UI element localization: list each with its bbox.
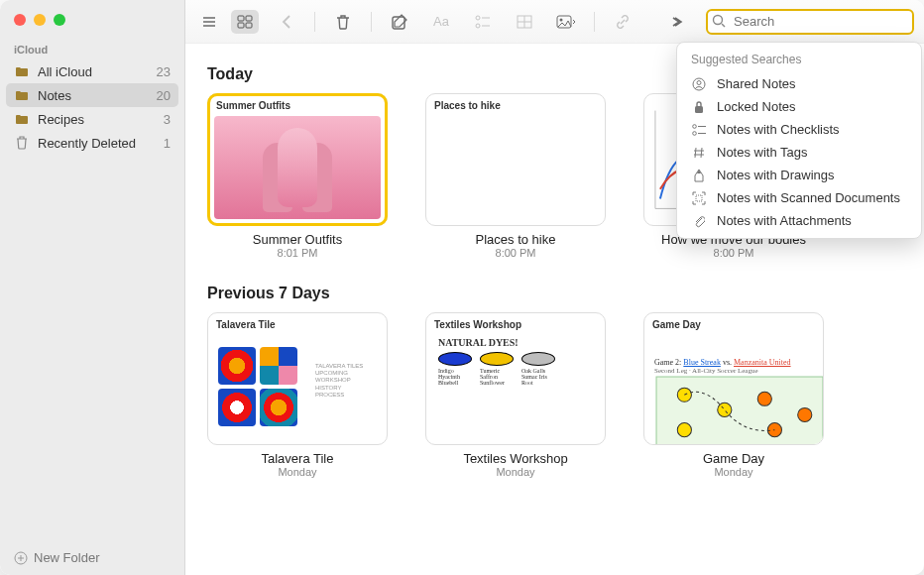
sidebar-item-count: 23 [157, 64, 171, 79]
suggestion-checklists[interactable]: Notes with Checklists [677, 118, 921, 141]
card-time: Monday [643, 466, 824, 478]
person-circle-icon [691, 77, 707, 91]
card-time: 8:00 PM [643, 247, 824, 259]
section-title: Previous 7 Days [207, 285, 902, 302]
note-card[interactable]: Places to hike Places to hike 8:00 PM [425, 93, 606, 259]
sidebar: iCloud All iCloud 23 Notes 20 Recipes 3 … [0, 0, 185, 575]
view-gallery-button[interactable] [231, 10, 259, 34]
card-grid: Talavera Tile [207, 312, 902, 478]
checklist-icon [691, 124, 707, 136]
svg-point-6 [476, 16, 480, 20]
thumbnail-art [214, 116, 381, 219]
sidebar-item-count: 1 [164, 136, 171, 151]
more-button[interactable] [664, 10, 692, 34]
note-card[interactable]: Textiles Workshop NATURAL DYES! Indigo H… [425, 312, 606, 478]
dropdown-header: Suggested Searches [677, 51, 921, 72]
svg-rect-1 [238, 16, 244, 21]
tile-meta: TALAVERA TILESUPCOMING WORKSHOPHISTORYPR… [315, 363, 375, 399]
sidebar-item-all-icloud[interactable]: All iCloud 23 [0, 59, 184, 83]
sidebar-item-count: 3 [164, 112, 171, 127]
thumbnail-art: NATURAL DYES! Indigo Hyacinth Bluebell T… [432, 335, 599, 438]
scan-icon [691, 191, 707, 205]
plus-circle-icon [14, 551, 28, 565]
search-icon [712, 14, 726, 28]
trash-icon [14, 135, 30, 151]
card-time: 8:01 PM [207, 247, 388, 259]
minimize-icon[interactable] [34, 14, 46, 26]
suggestion-drawings[interactable]: Notes with Drawings [677, 164, 921, 186]
note-thumbnail: Places to hike [425, 93, 606, 226]
card-title: Game Day [643, 451, 824, 466]
sidebar-item-notes[interactable]: Notes 20 [6, 83, 178, 107]
main: Aa Suggested Searches Shared Notes Locke… [185, 0, 924, 575]
svg-point-20 [677, 423, 691, 437]
note-card[interactable]: Summer Outfits Summer Outfits 8:01 PM [207, 93, 388, 259]
suggestion-scanned[interactable]: Notes with Scanned Documents [677, 186, 921, 209]
format-button[interactable]: Aa [427, 10, 455, 34]
svg-point-24 [798, 407, 812, 421]
sidebar-section-header: iCloud [0, 34, 184, 59]
sidebar-item-label: All iCloud [38, 64, 149, 79]
suggestion-attachments[interactable]: Notes with Attachments [677, 209, 921, 232]
sidebar-item-recently-deleted[interactable]: Recently Deleted 1 [0, 131, 184, 155]
svg-point-10 [560, 18, 563, 21]
svg-point-15 [693, 124, 697, 128]
card-title: Places to hike [425, 232, 606, 247]
window-controls [0, 0, 184, 34]
svg-point-11 [714, 15, 723, 24]
thumb-header: Game Day [644, 313, 823, 332]
toolbar-divider [594, 12, 595, 32]
folder-icon [14, 87, 30, 103]
trash-button[interactable] [329, 10, 357, 34]
search-suggestions-dropdown: Suggested Searches Shared Notes Locked N… [676, 42, 922, 239]
pencil-tip-icon [691, 169, 707, 182]
card-time: Monday [207, 466, 388, 478]
suggestion-shared-notes[interactable]: Shared Notes [677, 72, 921, 95]
toolbar-divider [371, 12, 372, 32]
card-title: Summer Outfits [207, 232, 388, 247]
card-title: Textiles Workshop [425, 451, 606, 466]
media-button[interactable] [552, 10, 580, 34]
thumbnail-art: TALAVERA TILESUPCOMING WORKSHOPHISTORYPR… [214, 335, 381, 438]
svg-point-13 [697, 80, 701, 84]
thumb-header: Summer Outfits [208, 94, 387, 113]
card-time: Monday [425, 466, 606, 478]
search-input[interactable] [706, 9, 914, 35]
folder-icon [14, 111, 30, 127]
view-list-button[interactable] [195, 10, 223, 34]
note-thumbnail: Textiles Workshop NATURAL DYES! Indigo H… [425, 312, 606, 445]
close-icon[interactable] [14, 14, 26, 26]
zoom-icon[interactable] [54, 14, 65, 26]
note-thumbnail: Game Day Game 2: Blue Streak vs. Manzani… [643, 312, 824, 445]
new-folder-label: New Folder [34, 550, 99, 565]
thumb-header: Talavera Tile [208, 313, 387, 332]
suggestion-locked-notes[interactable]: Locked Notes [677, 95, 921, 118]
lock-icon [691, 100, 707, 114]
svg-point-7 [476, 24, 480, 28]
suggestion-tags[interactable]: Notes with Tags [677, 141, 921, 164]
note-thumbnail: Summer Outfits [207, 93, 388, 226]
paperclip-icon [691, 214, 707, 228]
checklist-button[interactable] [469, 10, 497, 34]
svg-point-21 [718, 402, 732, 416]
new-folder-button[interactable]: New Folder [0, 540, 184, 575]
sidebar-item-label: Recently Deleted [38, 136, 156, 151]
svg-point-16 [693, 131, 697, 135]
thumb-header: Places to hike [426, 94, 605, 113]
table-button[interactable] [511, 10, 538, 34]
search-field-wrap [706, 9, 914, 35]
folder-icon [14, 63, 30, 79]
card-title: Talavera Tile [207, 451, 388, 466]
sidebar-item-label: Recipes [38, 112, 156, 127]
note-card[interactable]: Talavera Tile [207, 312, 388, 478]
compose-button[interactable] [386, 10, 413, 34]
back-button[interactable] [273, 10, 300, 34]
svg-rect-3 [238, 23, 244, 28]
hash-icon [691, 147, 707, 159]
svg-rect-17 [696, 195, 702, 201]
note-card[interactable]: Game Day Game 2: Blue Streak vs. Manzani… [643, 312, 824, 478]
sidebar-item-count: 20 [157, 88, 171, 103]
svg-rect-2 [246, 16, 252, 21]
sidebar-item-recipes[interactable]: Recipes 3 [0, 107, 184, 131]
link-button[interactable] [609, 10, 636, 34]
